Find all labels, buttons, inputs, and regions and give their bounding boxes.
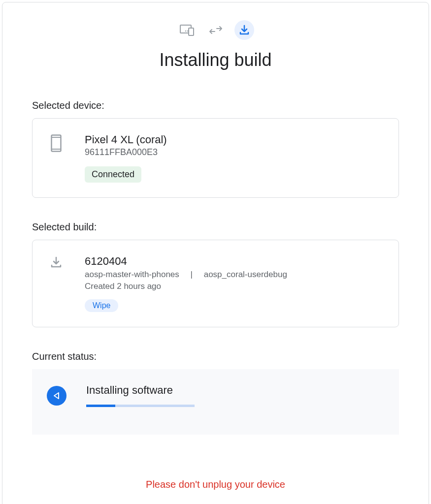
progress-fill <box>86 405 115 407</box>
status-content: Installing software <box>86 384 384 407</box>
build-branch: aosp-master-with-phones <box>85 270 179 279</box>
separator: | <box>191 270 193 279</box>
build-content: 6120404 aosp-master-with-phones | aosp_c… <box>85 255 384 312</box>
build-id: 6120404 <box>85 255 384 268</box>
device-content: Pixel 4 XL (coral) 96111FFBA000E3 Connec… <box>85 133 384 183</box>
phone-icon <box>47 133 65 152</box>
build-meta: aosp-master-with-phones | aosp_coral-use… <box>85 270 384 280</box>
current-status-label: Current status: <box>32 351 399 362</box>
device-serial: 96111FFBA000E3 <box>85 147 384 158</box>
build-card: 6120404 aosp-master-with-phones | aosp_c… <box>32 240 399 327</box>
status-play-icon <box>47 386 66 406</box>
svg-point-2 <box>185 31 186 32</box>
selected-device-label: Selected device: <box>32 100 399 111</box>
step-transfer-icon <box>206 20 226 40</box>
build-target: aosp_coral-userdebug <box>204 270 287 279</box>
svg-point-3 <box>187 31 188 32</box>
status-text: Installing software <box>86 384 384 397</box>
device-card: Pixel 4 XL (coral) 96111FFBA000E3 Connec… <box>32 118 399 198</box>
progress-bar <box>86 405 195 407</box>
device-name: Pixel 4 XL (coral) <box>85 133 384 146</box>
status-panel: Installing software <box>32 369 399 435</box>
download-icon <box>47 255 65 269</box>
build-created: Created 2 hours ago <box>85 282 384 291</box>
wipe-badge: Wipe <box>85 299 118 312</box>
svg-rect-1 <box>189 28 194 35</box>
page-title: Installing build <box>32 50 399 70</box>
step-devices-icon <box>177 20 197 40</box>
selected-build-label: Selected build: <box>32 221 399 233</box>
warning-text: Please don't unplug your device <box>32 479 399 490</box>
connected-badge: Connected <box>85 166 141 183</box>
main-container: Installing build Selected device: Pixel … <box>2 2 429 504</box>
stepper-icons <box>32 20 399 40</box>
step-download-icon <box>234 20 254 40</box>
